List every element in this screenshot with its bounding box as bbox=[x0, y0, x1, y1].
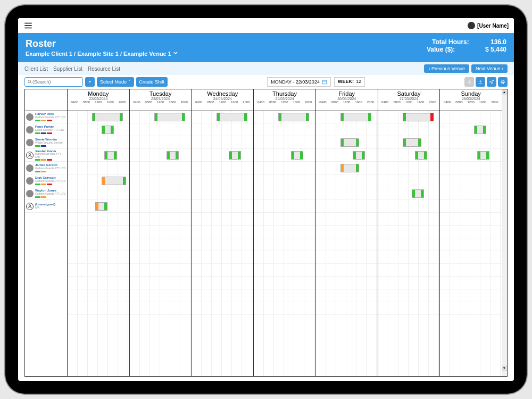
schedule-cell[interactable] bbox=[378, 136, 440, 149]
export-button[interactable] bbox=[464, 77, 474, 87]
schedule-cell[interactable] bbox=[192, 251, 253, 264]
schedule-cell[interactable] bbox=[254, 213, 315, 226]
previous-venue-button[interactable]: ‹ Previous Venue bbox=[424, 64, 469, 73]
resource-row[interactable]: James GordonGotham Guards PTY LTD bbox=[25, 162, 67, 174]
schedule-cell[interactable] bbox=[316, 251, 378, 264]
schedule-cell[interactable] bbox=[316, 149, 378, 162]
shift-block[interactable] bbox=[229, 151, 241, 160]
schedule-cell[interactable] bbox=[192, 289, 253, 302]
schedule-cell[interactable] bbox=[378, 264, 440, 277]
schedule-cell[interactable] bbox=[440, 213, 502, 226]
schedule-cell[interactable] bbox=[130, 289, 192, 302]
schedule-cell[interactable] bbox=[378, 277, 440, 289]
schedule-cell[interactable] bbox=[254, 136, 315, 149]
breadcrumb[interactable]: Example Client 1 / Example Site 1 / Exam… bbox=[26, 51, 178, 57]
schedule-cell[interactable] bbox=[440, 174, 502, 187]
shift-block[interactable] bbox=[340, 138, 359, 147]
schedule-cell[interactable] bbox=[192, 213, 253, 226]
resource-row[interactable]: Xander XavierMarshal Services PTY LTD bbox=[25, 149, 67, 162]
schedule-cell[interactable] bbox=[130, 264, 192, 277]
schedule-cell[interactable] bbox=[378, 149, 440, 162]
schedule-cell[interactable] bbox=[192, 149, 253, 162]
shift-block[interactable] bbox=[104, 151, 117, 160]
schedule-cell[interactable] bbox=[440, 264, 502, 277]
schedule-cell[interactable] bbox=[130, 238, 192, 251]
schedule-cell[interactable] bbox=[68, 213, 129, 226]
schedule-cell[interactable] bbox=[130, 162, 192, 174]
schedule-cell[interactable] bbox=[378, 226, 440, 238]
resource-row[interactable]: Peter ParkerEwing Security PTY LTD bbox=[25, 123, 67, 136]
schedule-cell[interactable] bbox=[130, 149, 192, 162]
schedule-cell[interactable] bbox=[316, 264, 378, 277]
schedule-cell[interactable] bbox=[378, 174, 440, 187]
schedule-cell[interactable] bbox=[130, 136, 192, 149]
schedule-cell[interactable] bbox=[68, 226, 129, 238]
print-button[interactable] bbox=[498, 77, 508, 87]
date-picker[interactable]: MONDAY - 22/03/2024 bbox=[267, 77, 331, 87]
send-button[interactable] bbox=[487, 77, 496, 87]
search-input[interactable] bbox=[24, 77, 83, 87]
resource-row[interactable]: Stevie WonderWright Security Service bbox=[25, 136, 67, 149]
schedule-cell[interactable] bbox=[378, 111, 440, 123]
schedule-cell[interactable] bbox=[130, 277, 192, 289]
supplier-list-link[interactable]: Supplier List bbox=[53, 66, 82, 72]
schedule-cell[interactable] bbox=[68, 251, 129, 264]
schedule-cell[interactable] bbox=[254, 264, 315, 277]
schedule-cell[interactable] bbox=[254, 123, 315, 136]
schedule-cell[interactable] bbox=[192, 226, 253, 238]
schedule-cell[interactable] bbox=[130, 111, 192, 123]
schedule-cell[interactable] bbox=[378, 251, 440, 264]
schedule-cell[interactable] bbox=[254, 289, 315, 302]
schedule-cell[interactable] bbox=[192, 174, 253, 187]
shift-block[interactable] bbox=[154, 113, 185, 121]
resource-row[interactable]: Waylon JonesGotham Guards PTY LTD bbox=[25, 187, 67, 200]
shift-block[interactable] bbox=[167, 151, 179, 160]
schedule-cell[interactable] bbox=[440, 111, 502, 123]
shift-block[interactable] bbox=[102, 126, 114, 134]
schedule-cell[interactable] bbox=[68, 187, 129, 200]
shift-block[interactable] bbox=[102, 177, 126, 185]
schedule-cell[interactable] bbox=[130, 251, 192, 264]
shift-block[interactable] bbox=[340, 113, 371, 121]
schedule-cell[interactable] bbox=[378, 162, 440, 174]
schedule-cell[interactable] bbox=[316, 213, 378, 226]
schedule-cell[interactable] bbox=[68, 200, 129, 213]
schedule-cell[interactable] bbox=[316, 136, 378, 149]
schedule-cell[interactable] bbox=[254, 251, 315, 264]
schedule-cell[interactable] bbox=[316, 289, 378, 302]
shift-block[interactable] bbox=[353, 151, 365, 160]
schedule-cell[interactable] bbox=[316, 111, 378, 123]
schedule-cell[interactable] bbox=[316, 302, 378, 315]
schedule-cell[interactable] bbox=[68, 277, 129, 289]
schedule-cell[interactable] bbox=[440, 162, 502, 174]
schedule-cell[interactable] bbox=[130, 200, 192, 213]
schedule-cell[interactable] bbox=[440, 200, 502, 213]
schedule-cell[interactable] bbox=[130, 302, 192, 315]
schedule-cell[interactable] bbox=[130, 213, 192, 226]
schedule-cell[interactable] bbox=[192, 238, 253, 251]
schedule-cell[interactable] bbox=[192, 136, 253, 149]
shift-block[interactable] bbox=[95, 202, 107, 211]
schedule-cell[interactable] bbox=[68, 162, 129, 174]
select-mode-button[interactable]: Select Mode ˅ bbox=[97, 77, 134, 87]
schedule-cell[interactable] bbox=[378, 238, 440, 251]
schedule-cell[interactable] bbox=[254, 226, 315, 238]
shift-block[interactable] bbox=[403, 138, 421, 147]
resource-row[interactable]: Dick GraysonGotham Guards PTY LTD bbox=[25, 174, 67, 187]
client-list-link[interactable]: Client List bbox=[24, 66, 48, 72]
schedule-cell[interactable] bbox=[68, 238, 129, 251]
schedule-cell[interactable] bbox=[440, 187, 502, 200]
user-section[interactable]: [User Name] bbox=[468, 22, 509, 29]
schedule-cell[interactable] bbox=[192, 264, 253, 277]
shift-block[interactable] bbox=[340, 164, 359, 172]
days-wrapper[interactable]: Monday22/03/202404000800120016002000Tues… bbox=[68, 89, 502, 376]
menu-button[interactable] bbox=[23, 21, 33, 30]
schedule-cell[interactable] bbox=[440, 277, 502, 289]
schedule-cell[interactable] bbox=[440, 302, 502, 315]
schedule-cell[interactable] bbox=[316, 162, 378, 174]
schedule-cell[interactable] bbox=[254, 149, 315, 162]
schedule-cell[interactable] bbox=[316, 174, 378, 187]
schedule-cell[interactable] bbox=[130, 226, 192, 238]
shift-block[interactable] bbox=[217, 113, 247, 121]
schedule-cell[interactable] bbox=[378, 289, 440, 302]
